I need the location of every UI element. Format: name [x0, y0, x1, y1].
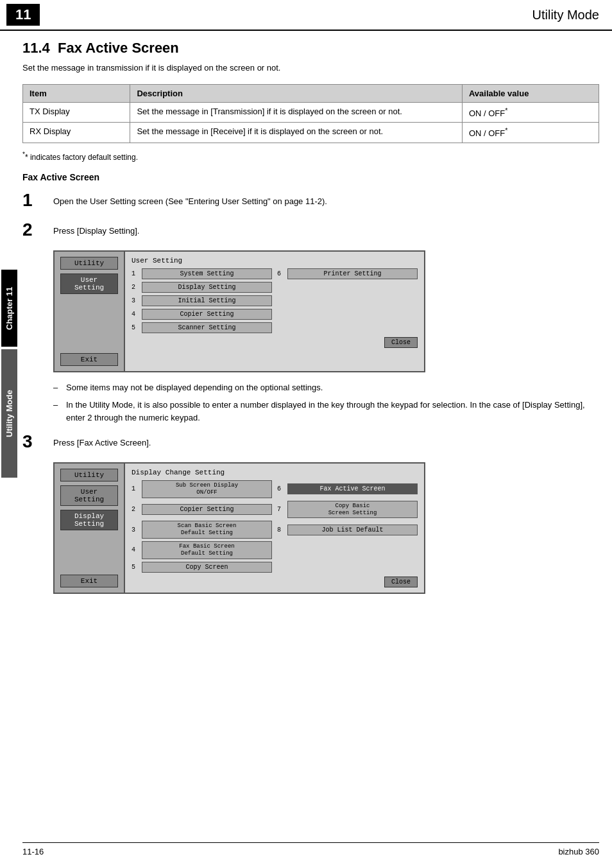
screen-right-1: User Setting 1 System Setting 6 Printer … [125, 252, 424, 371]
step-3-text: Press [Fax Active Screen]. [53, 433, 151, 449]
screen-close-row-1: Close [132, 337, 418, 348]
screen-item: 2 Display Setting [132, 282, 272, 293]
screen-left-1: Utility User Setting Exit [55, 252, 125, 371]
screen-btn-utility-1[interactable]: Utility [60, 257, 118, 270]
step-1-text: Open the User Setting screen (See "Enter… [53, 191, 327, 208]
screen-item-empty [277, 562, 418, 573]
table-cell-desc-1: Set the message in [Receive] if it is di… [130, 123, 462, 143]
screen-btn-exit-2[interactable]: Exit [60, 575, 118, 587]
main-content: 11.4 Fax Active Screen Set the message i… [22, 31, 599, 594]
screen-item: 6 Printer Setting [277, 268, 418, 279]
table-header-item: Item [23, 85, 130, 103]
table-row: TX Display Set the message in [Transmiss… [23, 103, 599, 123]
screen-item: 1 Sub Screen DisplayON/OFF [132, 480, 272, 498]
screen-item: 5 Copy Screen [132, 562, 272, 573]
screen-btn-user-setting-2[interactable]: User Setting [60, 485, 118, 506]
screen-item-empty [277, 541, 418, 559]
screen-btn-user-setting-1[interactable]: User Setting [60, 273, 118, 294]
table-row: RX Display Set the message in [Receive] … [23, 123, 599, 143]
screen-btn-utility-2[interactable]: Utility [60, 469, 118, 482]
side-label-utility: Utility Mode [1, 349, 17, 478]
screen-item: 8 Job List Default [277, 521, 418, 539]
step-2: 2 Press [Display Setting]. [22, 221, 599, 239]
table-cell-item-0: TX Display [23, 103, 130, 123]
table-cell-val-0: ON / OFF* [462, 103, 599, 123]
page-footer: 11-16 bizhub 360 [22, 842, 599, 856]
screen-item: 7 Copy BasicScreen Setting [277, 501, 418, 519]
list-item: – Some items may not be displayed depend… [53, 381, 599, 394]
screen-title-1: User Setting [132, 257, 418, 265]
footer-page-number: 11-16 [22, 847, 44, 856]
step-1: 1 Open the User Setting screen (See "Ent… [22, 191, 599, 209]
table-header-value: Available value [462, 85, 599, 103]
screen-mockup-2: Utility User Setting Display Setting Exi… [53, 462, 425, 593]
screen-item: 5 Scanner Setting [132, 322, 272, 333]
side-labels: Chapter 11 Utility Mode [0, 270, 18, 603]
subsection-title: Fax Active Screen [22, 172, 599, 182]
screen-item-empty [277, 309, 418, 320]
header-title: Utility Mode [532, 8, 599, 22]
screen-grid-2: 1 Sub Screen DisplayON/OFF 6 Fax Active … [132, 480, 418, 572]
section-title: 11.4 Fax Active Screen [22, 40, 599, 56]
table-cell-desc-0: Set the message in [Transmission] if it … [130, 103, 462, 123]
screen-item-empty [277, 295, 418, 306]
table-header-description: Description [130, 85, 462, 103]
step-3: 3 Press [Fax Active Screen]. [22, 433, 599, 451]
section-subtitle: Set the message in transmission if it is… [22, 63, 599, 73]
side-label-chapter: Chapter 11 [1, 270, 17, 347]
screen-mockup-1: Utility User Setting Exit User Setting 1… [53, 250, 425, 372]
screen-btn-display-setting-2[interactable]: Display Setting [60, 510, 118, 530]
bullet-list: – Some items may not be displayed depend… [53, 381, 599, 424]
screen-item-empty [277, 282, 418, 293]
screen-btn-exit-1[interactable]: Exit [60, 353, 118, 366]
step-2-text: Press [Display Setting]. [53, 221, 139, 238]
footer-product-name: bizhub 360 [558, 847, 599, 856]
table-cell-val-1: ON / OFF* [462, 123, 599, 143]
screen-item: 1 System Setting [132, 268, 272, 279]
step-1-number: 1 [22, 191, 48, 209]
screen-right-2: Display Change Setting 1 Sub Screen Disp… [125, 464, 424, 592]
chapter-number: 11 [6, 4, 40, 26]
screen-title-2: Display Change Setting [132, 469, 418, 476]
table-cell-item-1: RX Display [23, 123, 130, 143]
step-2-number: 2 [22, 221, 48, 239]
screen-close-btn-2[interactable]: Close [384, 577, 418, 587]
screen-item: 6 Fax Active Screen [277, 480, 418, 498]
screen-left-2: Utility User Setting Display Setting Exi… [55, 464, 125, 592]
screen-close-row-2: Close [132, 577, 418, 587]
screen-item: 3 Initial Setting [132, 295, 272, 306]
screen-item: 4 Copier Setting [132, 309, 272, 320]
footnote: ** indicates factory default setting. [22, 151, 599, 162]
screen-item: 2 Copier Setting [132, 501, 272, 519]
screen-grid-1: 1 System Setting 6 Printer Setting 2 Dis… [132, 268, 418, 333]
screen-item-empty [277, 322, 418, 333]
info-table: Item Description Available value TX Disp… [22, 84, 599, 143]
step-3-number: 3 [22, 433, 48, 451]
screen-close-btn-1[interactable]: Close [384, 337, 418, 348]
list-item: – In the Utility Mode, it is also possib… [53, 399, 599, 424]
screen-item: 3 Scan Basic ScreenDefault Setting [132, 521, 272, 539]
screen-item: 4 Fax Basic ScreenDefault Setting [132, 541, 272, 559]
page-header: 11 Utility Mode [0, 0, 612, 31]
